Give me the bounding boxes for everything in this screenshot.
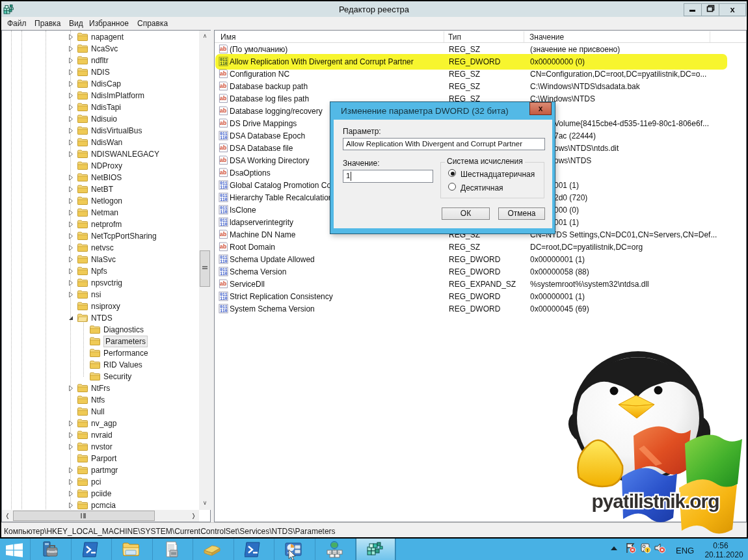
svg-text:110: 110	[220, 272, 228, 276]
svg-text:pyatilistnik.org: pyatilistnik.org	[592, 490, 720, 512]
svg-text:!: !	[647, 548, 648, 553]
svg-text:110: 110	[220, 136, 228, 140]
svg-text:ab: ab	[220, 169, 227, 176]
svg-text:110: 110	[220, 297, 228, 301]
svg-text:110: 110	[220, 309, 228, 313]
svg-text:110: 110	[220, 185, 228, 190]
svg-text:ab: ab	[220, 95, 227, 101]
svg-text:110: 110	[220, 222, 228, 227]
svg-text:ab: ab	[220, 70, 227, 77]
svg-text:ab: ab	[220, 144, 227, 151]
svg-text:ab: ab	[220, 46, 227, 52]
svg-text:ab: ab	[220, 243, 227, 250]
svg-text:ab: ab	[220, 120, 227, 126]
svg-text:ab: ab	[220, 157, 227, 163]
svg-text:110: 110	[220, 210, 228, 215]
svg-text:ab: ab	[220, 280, 227, 287]
svg-text:ab: ab	[220, 231, 227, 237]
svg-text:110: 110	[220, 198, 228, 202]
svg-text:110: 110	[220, 260, 228, 264]
svg-text:ab: ab	[220, 83, 227, 89]
svg-text:ab: ab	[220, 107, 227, 114]
